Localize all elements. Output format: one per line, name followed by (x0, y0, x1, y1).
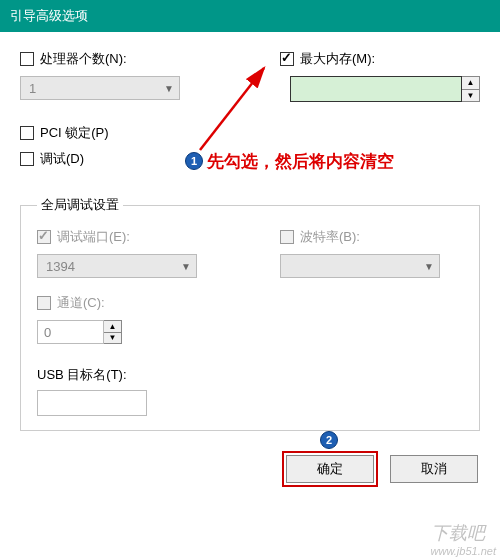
debug-port-combo: 1394 ▼ (37, 254, 197, 278)
usb-target-label: USB 目标名(T): (37, 366, 463, 384)
global-debug-legend: 全局调试设置 (37, 196, 123, 214)
chevron-down-icon: ▼ (419, 255, 439, 277)
processors-value: 1 (21, 81, 159, 96)
channel-checkbox (37, 296, 51, 310)
max-memory-checkbox[interactable] (280, 52, 294, 66)
channel-label: 通道(C): (57, 294, 105, 312)
chevron-down-icon: ▼ (176, 255, 196, 277)
channel-spinner: 0 ▲ ▼ (37, 320, 122, 344)
window-title: 引导高级选项 (10, 7, 88, 25)
debug-port-checkbox (37, 230, 51, 244)
debug-checkbox[interactable] (20, 152, 34, 166)
step-badge-1: 1 (185, 152, 203, 170)
step-badge-2: 2 (320, 431, 338, 449)
global-debug-fieldset: 全局调试设置 调试端口(E): 1394 ▼ 波特率(B): (20, 196, 480, 431)
spinner-up-icon[interactable]: ▲ (462, 77, 479, 90)
processors-combo[interactable]: 1 ▼ (20, 76, 180, 100)
ok-button[interactable]: 确定 (286, 455, 374, 483)
pci-lock-checkbox[interactable] (20, 126, 34, 140)
debug-port-value: 1394 (38, 259, 176, 274)
processors-label: 处理器个数(N): (40, 50, 127, 68)
processors-checkbox[interactable] (20, 52, 34, 66)
watermark: 下载吧 www.jb51.net (431, 521, 496, 557)
spinner-down-icon[interactable]: ▼ (462, 90, 479, 102)
cancel-button[interactable]: 取消 (390, 455, 478, 483)
baud-checkbox (280, 230, 294, 244)
max-memory-field[interactable]: ▲ ▼ (290, 76, 480, 102)
usb-target-input[interactable] (37, 390, 147, 416)
max-memory-label: 最大内存(M): (300, 50, 375, 68)
title-bar: 引导高级选项 (0, 0, 500, 32)
spinner-buttons: ▲ ▼ (104, 320, 122, 344)
annotation-text: 先勾选，然后将内容清空 (207, 150, 394, 173)
debug-port-label: 调试端口(E): (57, 228, 130, 246)
spinner-up-icon: ▲ (104, 321, 121, 333)
debug-label: 调试(D) (40, 150, 84, 168)
baud-combo: ▼ (280, 254, 440, 278)
chevron-down-icon: ▼ (159, 77, 179, 99)
channel-value: 0 (37, 320, 104, 344)
spinner-down-icon: ▼ (104, 333, 121, 344)
spinner-buttons[interactable]: ▲ ▼ (462, 76, 480, 102)
pci-lock-label: PCI 锁定(P) (40, 124, 109, 142)
max-memory-input[interactable] (290, 76, 462, 102)
baud-label: 波特率(B): (300, 228, 360, 246)
